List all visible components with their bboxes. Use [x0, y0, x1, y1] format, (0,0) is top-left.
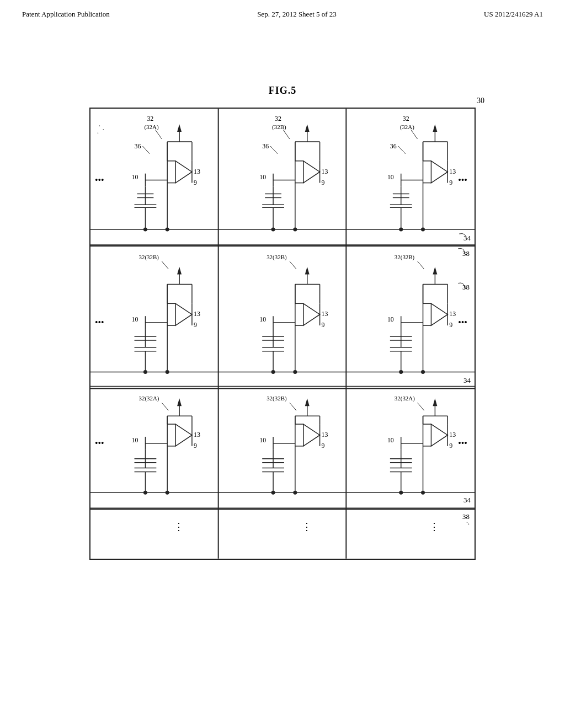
svg-text:32(32B): 32(32B): [266, 254, 287, 261]
svg-text:34: 34: [463, 496, 471, 504]
svg-line-9: [155, 130, 162, 139]
svg-marker-113: [177, 267, 182, 275]
svg-point-221: [293, 491, 297, 495]
header-date-sheet: Sep. 27, 2012 Sheet 5 of 23: [257, 10, 337, 19]
svg-text:36: 36: [135, 142, 141, 150]
svg-text:34: 34: [463, 376, 471, 384]
svg-line-123: [290, 261, 296, 269]
svg-line-228: [418, 403, 424, 410]
svg-marker-244: [433, 398, 437, 406]
circuit-diagram: 30 34 32 (32A) 36 10: [89, 108, 476, 560]
svg-text:36: 36: [390, 142, 397, 150]
svg-text:(32A): (32A): [400, 124, 414, 131]
svg-text:(32A): (32A): [144, 124, 158, 131]
svg-text:9: 9: [194, 321, 197, 329]
header-publication-label: Patent Application Publication: [22, 10, 110, 19]
svg-line-97: [162, 261, 168, 269]
svg-text:9: 9: [449, 442, 452, 449]
svg-text:9: 9: [449, 321, 452, 329]
page-header: Patent Application Publication Sep. 27, …: [0, 0, 565, 19]
svg-text:10: 10: [132, 436, 138, 444]
svg-text:10: 10: [259, 173, 266, 181]
svg-marker-27: [177, 124, 182, 132]
circuit-svg: 34 32 (32A) 36 10 13 9: [90, 109, 475, 559]
svg-marker-84: [433, 124, 437, 132]
svg-text:9: 9: [322, 321, 325, 329]
svg-text:·: ·: [99, 122, 100, 130]
svg-point-167: [421, 370, 425, 374]
svg-text:13: 13: [449, 168, 456, 175]
header-patent-number: US 2012/241629 A1: [484, 10, 543, 19]
svg-text:•••: •••: [95, 175, 104, 185]
svg-text:13: 13: [194, 168, 200, 175]
svg-text:10: 10: [132, 315, 138, 323]
svg-point-195: [166, 491, 169, 495]
svg-text:•••: •••: [95, 318, 104, 327]
svg-text:10: 10: [387, 315, 394, 323]
svg-line-203: [290, 403, 296, 410]
svg-text:10: 10: [132, 173, 138, 181]
svg-text:9: 9: [449, 179, 452, 186]
svg-marker-165: [433, 267, 437, 275]
svg-marker-235: [431, 424, 447, 446]
svg-text:13: 13: [194, 310, 200, 318]
svg-point-115: [166, 370, 169, 374]
svg-point-141: [293, 370, 297, 374]
svg-text:13: 13: [322, 431, 328, 438]
svg-text:10: 10: [259, 315, 266, 323]
svg-text:36: 36: [262, 142, 269, 150]
svg-marker-56: [305, 124, 310, 132]
svg-text:•••: •••: [458, 175, 467, 185]
svg-text:⋮: ⋮: [429, 521, 439, 532]
svg-line-38: [283, 130, 290, 139]
svg-text:10: 10: [259, 436, 266, 444]
svg-marker-104: [175, 303, 192, 325]
svg-text:32(32A): 32(32A): [138, 395, 159, 402]
svg-point-86: [421, 228, 425, 232]
svg-text:9: 9: [194, 442, 197, 449]
svg-line-148: [418, 261, 424, 269]
svg-text:32(32A): 32(32A): [395, 395, 415, 402]
svg-line-11: [142, 146, 150, 154]
svg-text:⋮: ⋮: [302, 521, 312, 532]
svg-text:32: 32: [275, 115, 281, 122]
svg-text:32(32B): 32(32B): [395, 254, 415, 261]
svg-text:•••: •••: [95, 438, 104, 448]
svg-point-246: [421, 491, 425, 495]
svg-text:32(32B): 32(32B): [138, 254, 159, 261]
svg-marker-139: [305, 267, 310, 275]
svg-line-40: [270, 146, 278, 154]
svg-marker-75: [431, 161, 447, 183]
svg-text:·.: ·.: [466, 518, 470, 526]
svg-text:13: 13: [449, 310, 456, 318]
svg-text:⋮: ⋮: [174, 521, 184, 532]
svg-text:32: 32: [403, 115, 409, 122]
svg-text:13: 13: [322, 310, 328, 318]
svg-text:·: ·: [103, 126, 104, 133]
svg-marker-47: [303, 161, 320, 183]
svg-point-29: [166, 228, 169, 232]
svg-text:38: 38: [462, 249, 470, 258]
svg-text:13: 13: [194, 431, 200, 438]
svg-line-66: [411, 130, 418, 139]
svg-line-177: [162, 403, 168, 410]
svg-text:(32B): (32B): [272, 124, 286, 131]
svg-marker-184: [175, 424, 192, 446]
svg-line-68: [398, 146, 406, 154]
svg-marker-18: [175, 161, 192, 183]
svg-text:•••: •••: [458, 318, 467, 327]
svg-text:9: 9: [194, 179, 197, 186]
svg-marker-130: [303, 303, 320, 325]
svg-text:13: 13: [322, 168, 328, 175]
svg-marker-193: [177, 398, 182, 406]
svg-text:9: 9: [322, 179, 325, 186]
svg-marker-156: [431, 303, 447, 325]
svg-text:34: 34: [463, 234, 471, 242]
svg-marker-210: [303, 424, 320, 446]
svg-text:9: 9: [322, 442, 325, 449]
svg-text:32(32B): 32(32B): [266, 395, 287, 402]
svg-text:•••: •••: [458, 438, 467, 448]
svg-text:·: ·: [97, 129, 99, 137]
diagram-label-30: 30: [477, 97, 484, 105]
svg-text:10: 10: [387, 173, 394, 181]
